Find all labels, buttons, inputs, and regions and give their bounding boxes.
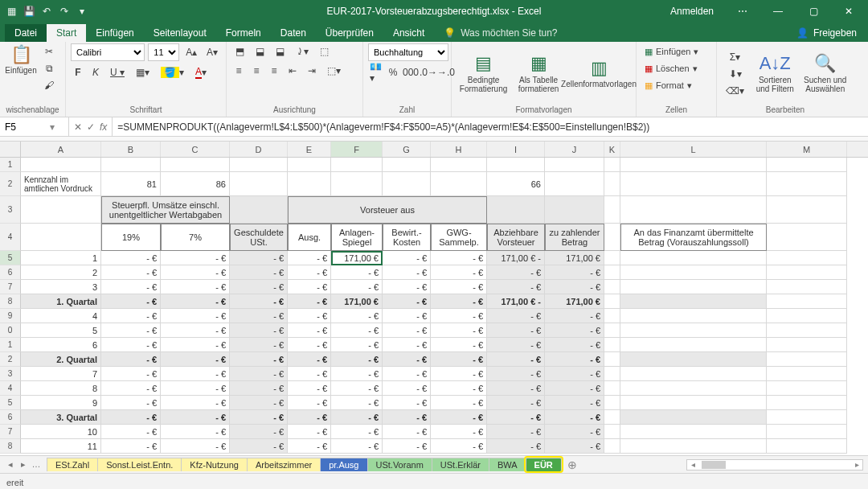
cell[interactable]: Kennzahl im amtlichen Vordruck xyxy=(21,172,101,196)
cell[interactable] xyxy=(767,158,847,172)
cell[interactable]: 81 xyxy=(101,172,161,196)
currency-button[interactable]: 💶▾ xyxy=(368,64,383,80)
row-header[interactable]: 5 xyxy=(0,396,21,410)
cell[interactable]: - € xyxy=(331,396,383,410)
cell[interactable]: - € xyxy=(487,280,545,294)
cell[interactable]: - € xyxy=(487,410,545,425)
cell[interactable]: 171,00 € xyxy=(545,251,604,265)
cell[interactable]: - € xyxy=(288,338,331,352)
cell[interactable] xyxy=(767,309,847,323)
row-header[interactable]: 2 xyxy=(0,172,21,196)
cell[interactable]: - € xyxy=(545,381,604,396)
cell[interactable]: - € xyxy=(161,338,230,352)
cell[interactable] xyxy=(604,265,620,280)
cell[interactable]: - € xyxy=(331,280,383,294)
cell[interactable]: - € xyxy=(230,265,288,280)
cell[interactable]: - € xyxy=(288,381,331,396)
cell-styles-button[interactable]: ▥Zellenformatvorlagen xyxy=(567,57,631,90)
cell[interactable] xyxy=(620,323,767,338)
tab-pagelayout[interactable]: Seitenlayout xyxy=(144,24,216,42)
cell[interactable]: - € xyxy=(431,396,487,410)
cell[interactable]: 2 xyxy=(21,265,101,280)
cell[interactable]: - € xyxy=(230,396,288,410)
cell[interactable]: - € xyxy=(383,367,431,381)
sort-filter-button[interactable]: A↓ZSortieren und Filtern xyxy=(751,52,799,94)
cell[interactable]: - € xyxy=(545,352,604,367)
cell[interactable] xyxy=(21,224,101,251)
cell[interactable]: - € xyxy=(487,367,545,381)
sheet-tab[interactable]: ESt.Zahl xyxy=(47,458,98,471)
row-header[interactable]: 4 xyxy=(0,224,21,251)
cell[interactable]: 8 xyxy=(21,381,101,396)
percent-button[interactable]: % xyxy=(386,64,400,80)
format-painter-button[interactable]: 🖌 xyxy=(40,77,58,93)
cell[interactable]: Abziehbare Vorsteuer xyxy=(487,224,545,251)
cell[interactable]: - € xyxy=(383,410,431,425)
cell[interactable]: - € xyxy=(431,410,487,425)
col-header-A[interactable]: A xyxy=(21,142,101,157)
row-header[interactable]: 3 xyxy=(0,367,21,381)
row-header[interactable]: 5 xyxy=(0,251,21,265)
cell[interactable] xyxy=(767,352,847,367)
cell[interactable]: - € xyxy=(101,323,161,338)
cell[interactable]: - € xyxy=(331,352,383,367)
cell[interactable]: - € xyxy=(161,309,230,323)
cell[interactable]: - € xyxy=(487,323,545,338)
row-header[interactable]: 2 xyxy=(0,352,21,367)
cell[interactable]: - € xyxy=(230,294,288,309)
cell[interactable]: 2. Quartal xyxy=(21,352,101,367)
cell[interactable] xyxy=(487,158,545,172)
cell[interactable] xyxy=(767,425,847,439)
cell[interactable]: - € xyxy=(230,381,288,396)
cell[interactable] xyxy=(767,410,847,425)
cell[interactable] xyxy=(620,309,767,323)
cell[interactable]: - € xyxy=(331,265,383,280)
sheet-tab[interactable]: pr.Ausg xyxy=(320,458,367,471)
cell[interactable] xyxy=(620,367,767,381)
cell[interactable] xyxy=(767,396,847,410)
cell[interactable] xyxy=(383,158,431,172)
col-header-I[interactable]: I xyxy=(487,142,545,157)
cell[interactable] xyxy=(21,158,101,172)
cell[interactable] xyxy=(604,323,620,338)
cell[interactable]: - € xyxy=(487,265,545,280)
cell[interactable] xyxy=(230,196,288,224)
cell[interactable]: - € xyxy=(545,396,604,410)
cell[interactable]: - € xyxy=(383,352,431,367)
cell[interactable]: Geschuldete USt. xyxy=(230,224,288,251)
cell[interactable]: - € xyxy=(230,338,288,352)
cell[interactable]: - € xyxy=(288,294,331,309)
row-header[interactable]: 1 xyxy=(0,338,21,352)
close-button[interactable]: ✕ xyxy=(833,0,865,23)
name-box[interactable]: ▾ xyxy=(0,117,69,136)
cell[interactable]: - € xyxy=(487,338,545,352)
cell[interactable] xyxy=(604,410,620,425)
cell[interactable]: - € xyxy=(101,410,161,425)
cancel-formula-icon[interactable]: ✕ xyxy=(74,121,82,133)
cell[interactable]: - € xyxy=(230,410,288,425)
cell[interactable] xyxy=(767,381,847,396)
cell[interactable]: - € xyxy=(288,280,331,294)
cell[interactable]: zu zahlender Betrag xyxy=(545,224,604,251)
cell[interactable]: - € xyxy=(331,381,383,396)
autosum-button[interactable]: Σ▾ xyxy=(722,49,748,65)
cell[interactable] xyxy=(331,172,383,196)
wrap-text-button[interactable]: ⬚ xyxy=(316,43,333,60)
cell[interactable]: - € xyxy=(288,309,331,323)
cell[interactable]: - € xyxy=(161,294,230,309)
cell[interactable]: - € xyxy=(161,323,230,338)
horizontal-scrollbar[interactable]: ◂▸ xyxy=(686,459,863,471)
maximize-button[interactable]: ▢ xyxy=(797,0,829,23)
cell[interactable] xyxy=(604,196,620,224)
cell[interactable] xyxy=(620,294,767,309)
cell[interactable] xyxy=(620,280,767,294)
cell[interactable]: - € xyxy=(101,338,161,352)
cell[interactable]: - € xyxy=(487,309,545,323)
fill-color-button[interactable]: 🪣▾ xyxy=(157,64,188,80)
cell[interactable] xyxy=(604,309,620,323)
col-header-F[interactable]: F xyxy=(331,142,383,157)
cell[interactable]: - € xyxy=(161,265,230,280)
inc-decimal-button[interactable]: .0→ xyxy=(421,64,436,80)
sheet-tab[interactable]: USt.Voranm xyxy=(367,458,432,471)
format-as-table-button[interactable]: ▦Als Tabelle formatieren xyxy=(514,52,563,94)
